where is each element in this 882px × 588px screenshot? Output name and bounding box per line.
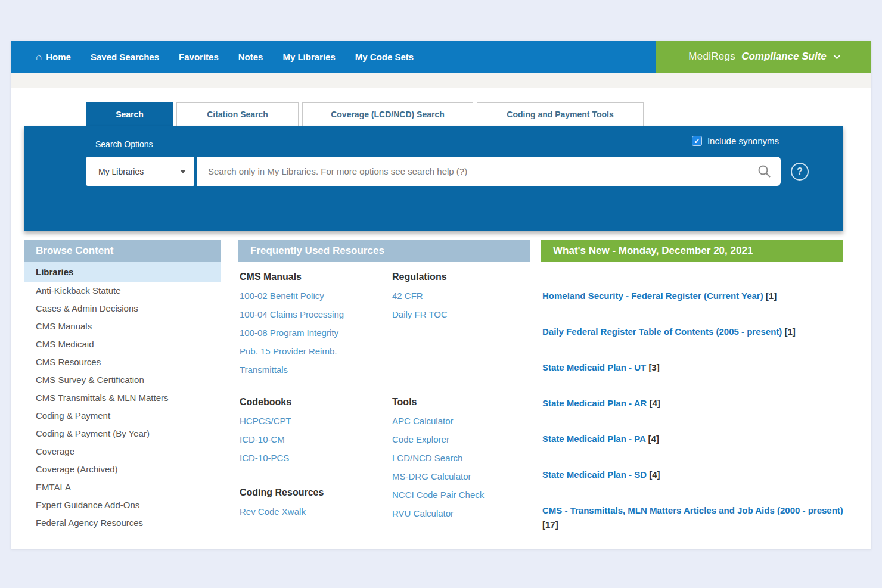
chevron-down-icon: [834, 52, 840, 59]
resource-link-42-cfr[interactable]: 42 CFR: [392, 287, 530, 305]
whats-new-count: [3]: [648, 362, 659, 372]
resource-group-cms-manuals: CMS Manuals100-02 Benefit Policy100-04 C…: [240, 272, 392, 379]
browse-content-list: LibrariesAnti-Kickback StatuteCases & Ad…: [24, 262, 220, 532]
nav-item-saved-searches[interactable]: Saved Searches: [91, 52, 159, 62]
browse-content-title: Browse Content: [24, 240, 220, 262]
browse-content-panel: Browse Content LibrariesAnti-Kickback St…: [24, 240, 220, 549]
resource-link-ms-drg-calculator[interactable]: MS-DRG Calculator: [392, 467, 530, 486]
content-columns: Browse Content LibrariesAnti-Kickback St…: [24, 240, 871, 549]
resource-link-icd-10-pcs[interactable]: ICD-10-PCS: [240, 449, 392, 467]
nav-item-label: Home: [46, 52, 71, 62]
whats-new-item: CMS - Transmittals, MLN Matters Articles…: [542, 503, 843, 532]
tab-citation-search[interactable]: Citation Search: [176, 102, 299, 126]
whats-new-title: What's New - Monday, December 20, 2021: [541, 240, 843, 262]
resource-group-tools: ToolsAPC CalculatorCode ExplorerLCD/NCD …: [392, 397, 530, 522]
whats-new-link-state-medicaid-plan-pa[interactable]: State Medicaid Plan - PA: [542, 434, 645, 444]
nav-item-label: My Code Sets: [355, 52, 414, 62]
whats-new-item: State Medicaid Plan - AR [4]: [542, 396, 843, 410]
browse-item-cms-medicaid[interactable]: CMS Medicaid: [24, 335, 220, 353]
whats-new-link-cms-transmittals-mln-matters-articles-and-job-aids-2000-present[interactable]: CMS - Transmittals, MLN Matters Articles…: [542, 505, 843, 515]
search-panel: Search Options ✓ Include synonyms My Lib…: [24, 126, 843, 231]
browse-item-cms-resources[interactable]: CMS Resources: [24, 353, 220, 371]
resource-group-coding-resources: Coding ResourcesRev Code Xwalk: [240, 487, 392, 523]
browse-item-anti-kickback-statute[interactable]: Anti-Kickback Statute: [24, 282, 220, 300]
whats-new-count: [4]: [649, 469, 660, 480]
whats-new-count: [4]: [648, 434, 659, 444]
browse-item-coding-payment[interactable]: Coding & Payment: [24, 407, 220, 425]
browse-item-federal-agency-resources[interactable]: Federal Agency Resources: [24, 514, 220, 532]
resource-link-rev-code-xwalk[interactable]: Rev Code Xwalk: [240, 502, 392, 521]
whats-new-count: [17]: [542, 519, 558, 530]
include-synonyms-toggle[interactable]: ✓ Include synonyms: [692, 136, 779, 146]
nav-item-my-libraries[interactable]: My Libraries: [282, 52, 335, 62]
resource-link-apc-calculator[interactable]: APC Calculator: [392, 412, 530, 430]
nav-item-label: Notes: [238, 52, 263, 62]
sub-header-strip: [11, 73, 871, 88]
frequently-used-resources-panel: Frequently Used Resources CMS Manuals100…: [238, 240, 530, 549]
resource-link-code-explorer[interactable]: Code Explorer: [392, 430, 530, 449]
resource-group-heading: Tools: [392, 397, 530, 407]
search-options-label: Search Options: [95, 139, 153, 149]
resource-link-pub-15-provider-reimb[interactable]: Pub. 15 Provider Reimb.: [240, 342, 392, 360]
resource-link-lcd-ncd-search[interactable]: LCD/NCD Search: [392, 449, 530, 467]
resource-group-heading: Regulations: [392, 272, 530, 282]
home-icon: ⌂: [36, 52, 42, 62]
checkbox-checked-icon[interactable]: ✓: [692, 136, 702, 146]
resource-link-ncci-code-pair-check[interactable]: NCCI Code Pair Check: [392, 486, 530, 504]
search-help-icon[interactable]: ?: [791, 163, 809, 181]
browse-item-coding-payment-by-year[interactable]: Coding & Payment (By Year): [24, 425, 220, 443]
tab-coding-and-payment-tools[interactable]: Coding and Payment Tools: [477, 102, 644, 126]
whats-new-link-state-medicaid-plan-ar[interactable]: State Medicaid Plan - AR: [542, 398, 647, 408]
search-icon[interactable]: [757, 164, 771, 181]
resource-group-heading: Coding Resources: [240, 487, 392, 498]
whats-new-link-state-medicaid-plan-sd[interactable]: State Medicaid Plan - SD: [542, 469, 647, 480]
resource-link-100-08-program-integrity[interactable]: 100-08 Program Integrity: [240, 323, 392, 342]
whats-new-item: State Medicaid Plan - UT [3]: [542, 360, 843, 375]
browse-item-cases-admin-decisions[interactable]: Cases & Admin Decisions: [24, 300, 220, 318]
whats-new-item: Homeland Security - Federal Register (Cu…: [542, 289, 843, 303]
whats-new-item: Daily Federal Register Table of Contents…: [542, 325, 843, 339]
browse-item-cms-manuals[interactable]: CMS Manuals: [24, 318, 220, 335]
brand-product: MediRegs: [688, 51, 735, 63]
search-scope-value: My Libraries: [98, 167, 180, 176]
resource-link-icd-10-cm[interactable]: ICD-10-CM: [240, 430, 392, 449]
search-scope-dropdown[interactable]: My Libraries: [86, 157, 194, 186]
resources-grid: CMS Manuals100-02 Benefit Policy100-04 C…: [238, 262, 530, 522]
resource-link-hcpcs-cpt[interactable]: HCPCS/CPT: [240, 412, 392, 430]
search-input[interactable]: [197, 157, 781, 186]
resource-link-transmittals[interactable]: Transmittals: [240, 360, 392, 379]
browse-item-coverage[interactable]: Coverage: [24, 443, 220, 461]
browse-item-expert-guidance-add-ons[interactable]: Expert Guidance Add-Ons: [24, 496, 220, 514]
whats-new-list: Homeland Security - Federal Register (Cu…: [541, 262, 843, 532]
browse-item-libraries[interactable]: Libraries: [24, 262, 220, 282]
brand-suite: Compliance Suite: [741, 51, 827, 63]
resource-link-rvu-calculator[interactable]: RVU Calculator: [392, 504, 530, 522]
nav-item-notes[interactable]: Notes: [238, 52, 263, 62]
nav-item-home[interactable]: ⌂Home: [36, 52, 71, 62]
nav-item-label: Favorites: [179, 52, 219, 62]
tab-search[interactable]: Search: [86, 102, 173, 126]
whats-new-count: [4]: [649, 398, 660, 408]
brand-menu[interactable]: MediRegs Compliance Suite: [656, 41, 871, 73]
search-controls: My Libraries ?: [86, 157, 809, 186]
whats-new-link-homeland-security-federal-register-current-year[interactable]: Homeland Security - Federal Register (Cu…: [542, 291, 763, 301]
resource-group-regulations: Regulations42 CFRDaily FR TOC: [392, 272, 530, 379]
resource-link-100-04-claims-processing[interactable]: 100-04 Claims Processing: [240, 305, 392, 323]
nav-item-favorites[interactable]: Favorites: [179, 52, 219, 62]
browse-item-cms-transmittals-mln-matters[interactable]: CMS Transmittals & MLN Matters: [24, 389, 220, 407]
nav-item-my-code-sets[interactable]: My Code Sets: [355, 52, 414, 62]
help-question-mark: ?: [797, 166, 803, 177]
search-tabs: SearchCitation SearchCoverage (LCD/NCD) …: [86, 102, 871, 126]
browse-item-emtala[interactable]: EMTALA: [24, 478, 220, 496]
tab-coverage-lcd-ncd-search[interactable]: Coverage (LCD/NCD) Search: [302, 102, 473, 126]
caret-down-icon: [180, 170, 186, 173]
resource-link-daily-fr-toc[interactable]: Daily FR TOC: [392, 305, 530, 323]
resource-link-100-02-benefit-policy[interactable]: 100-02 Benefit Policy: [240, 287, 392, 305]
whats-new-link-daily-federal-register-table-of-contents-2005-present[interactable]: Daily Federal Register Table of Contents…: [542, 326, 782, 337]
top-navigation: ⌂HomeSaved SearchesFavoritesNotesMy Libr…: [11, 41, 871, 73]
browse-item-coverage-archived[interactable]: Coverage (Archived): [24, 461, 220, 478]
whats-new-link-state-medicaid-plan-ut[interactable]: State Medicaid Plan - UT: [542, 362, 646, 372]
whats-new-panel: What's New - Monday, December 20, 2021 H…: [541, 240, 843, 549]
main-page: ⌂HomeSaved SearchesFavoritesNotesMy Libr…: [11, 41, 871, 549]
browse-item-cms-survey-certification[interactable]: CMS Survey & Certification: [24, 371, 220, 389]
